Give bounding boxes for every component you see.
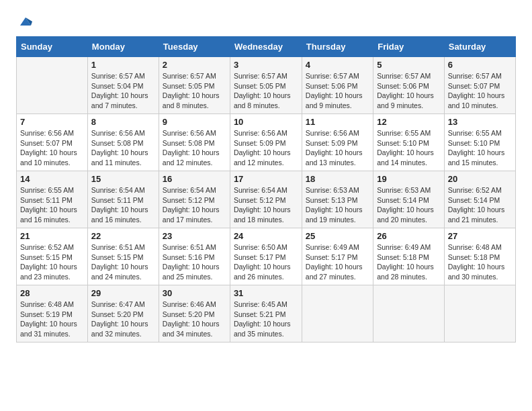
- day-number: 4: [306, 60, 369, 70]
- day-number: 21: [20, 231, 84, 241]
- day-number: 11: [306, 117, 369, 127]
- day-info: Sunrise: 6:50 AM Sunset: 5:17 PM Dayligh…: [234, 242, 298, 282]
- day-info: Sunrise: 6:51 AM Sunset: 5:15 PM Dayligh…: [91, 242, 155, 282]
- logo-icon: [17, 13, 34, 30]
- day-number: 10: [234, 117, 298, 127]
- day-cell: [444, 285, 515, 342]
- week-row-3: 14Sunrise: 6:55 AM Sunset: 5:11 PM Dayli…: [17, 171, 516, 228]
- day-info: Sunrise: 6:53 AM Sunset: 5:14 PM Dayligh…: [377, 185, 441, 225]
- day-info: Sunrise: 6:52 AM Sunset: 5:15 PM Dayligh…: [20, 242, 84, 282]
- week-row-5: 28Sunrise: 6:48 AM Sunset: 5:19 PM Dayli…: [17, 285, 516, 342]
- day-cell: 15Sunrise: 6:54 AM Sunset: 5:11 PM Dayli…: [87, 171, 159, 228]
- day-number: 22: [91, 231, 155, 241]
- day-number: 30: [163, 288, 226, 298]
- day-cell: 26Sunrise: 6:49 AM Sunset: 5:18 PM Dayli…: [373, 228, 445, 285]
- day-number: 28: [20, 288, 84, 298]
- day-info: Sunrise: 6:56 AM Sunset: 5:09 PM Dayligh…: [306, 128, 369, 168]
- day-cell: 1Sunrise: 6:57 AM Sunset: 5:04 PM Daylig…: [87, 57, 159, 114]
- day-number: 20: [448, 174, 512, 184]
- logo-text: [16, 13, 34, 30]
- day-cell: 9Sunrise: 6:56 AM Sunset: 5:08 PM Daylig…: [159, 114, 230, 171]
- col-thursday: Thursday: [302, 37, 373, 57]
- col-monday: Monday: [87, 37, 159, 57]
- day-info: Sunrise: 6:57 AM Sunset: 5:05 PM Dayligh…: [163, 71, 226, 111]
- day-cell: 14Sunrise: 6:55 AM Sunset: 5:11 PM Dayli…: [17, 171, 88, 228]
- day-number: 3: [234, 60, 298, 70]
- day-cell: 13Sunrise: 6:55 AM Sunset: 5:10 PM Dayli…: [444, 114, 515, 171]
- col-wednesday: Wednesday: [230, 37, 302, 57]
- day-cell: 12Sunrise: 6:55 AM Sunset: 5:10 PM Dayli…: [373, 114, 445, 171]
- day-cell: 27Sunrise: 6:48 AM Sunset: 5:18 PM Dayli…: [444, 228, 515, 285]
- day-cell: 28Sunrise: 6:48 AM Sunset: 5:19 PM Dayli…: [17, 285, 88, 342]
- day-number: 1: [91, 60, 155, 70]
- day-cell: [302, 285, 373, 342]
- day-info: Sunrise: 6:53 AM Sunset: 5:13 PM Dayligh…: [306, 185, 369, 225]
- day-info: Sunrise: 6:55 AM Sunset: 5:10 PM Dayligh…: [377, 128, 441, 168]
- day-number: 6: [448, 60, 512, 70]
- day-number: 19: [377, 174, 441, 184]
- day-cell: 19Sunrise: 6:53 AM Sunset: 5:14 PM Dayli…: [373, 171, 445, 228]
- day-info: Sunrise: 6:56 AM Sunset: 5:09 PM Dayligh…: [234, 128, 298, 168]
- day-cell: 30Sunrise: 6:46 AM Sunset: 5:20 PM Dayli…: [159, 285, 230, 342]
- day-number: 12: [377, 117, 441, 127]
- day-cell: [373, 285, 445, 342]
- day-cell: 4Sunrise: 6:57 AM Sunset: 5:06 PM Daylig…: [302, 57, 373, 114]
- day-cell: 31Sunrise: 6:45 AM Sunset: 5:21 PM Dayli…: [230, 285, 302, 342]
- col-tuesday: Tuesday: [159, 37, 230, 57]
- day-cell: 5Sunrise: 6:57 AM Sunset: 5:06 PM Daylig…: [373, 57, 445, 114]
- day-cell: 24Sunrise: 6:50 AM Sunset: 5:17 PM Dayli…: [230, 228, 302, 285]
- day-number: 15: [91, 174, 155, 184]
- day-info: Sunrise: 6:56 AM Sunset: 5:08 PM Dayligh…: [163, 128, 226, 168]
- day-info: Sunrise: 6:54 AM Sunset: 5:12 PM Dayligh…: [163, 185, 226, 225]
- day-cell: 25Sunrise: 6:49 AM Sunset: 5:17 PM Dayli…: [302, 228, 373, 285]
- day-cell: 23Sunrise: 6:51 AM Sunset: 5:16 PM Dayli…: [159, 228, 230, 285]
- day-info: Sunrise: 6:47 AM Sunset: 5:20 PM Dayligh…: [91, 300, 155, 339]
- day-cell: 7Sunrise: 6:56 AM Sunset: 5:07 PM Daylig…: [17, 114, 88, 171]
- day-number: 27: [448, 231, 512, 241]
- day-info: Sunrise: 6:48 AM Sunset: 5:19 PM Dayligh…: [20, 300, 84, 339]
- day-number: 17: [234, 174, 298, 184]
- day-number: 31: [234, 288, 298, 298]
- col-saturday: Saturday: [444, 37, 515, 57]
- day-number: 9: [163, 117, 226, 127]
- header-row: Sunday Monday Tuesday Wednesday Thursday…: [17, 37, 516, 57]
- day-info: Sunrise: 6:55 AM Sunset: 5:10 PM Dayligh…: [448, 128, 512, 168]
- day-info: Sunrise: 6:49 AM Sunset: 5:17 PM Dayligh…: [306, 242, 369, 282]
- day-info: Sunrise: 6:56 AM Sunset: 5:07 PM Dayligh…: [20, 128, 84, 168]
- calendar-table: Sunday Monday Tuesday Wednesday Thursday…: [16, 36, 516, 342]
- day-number: 5: [377, 60, 441, 70]
- logo: [16, 13, 34, 30]
- day-number: 8: [91, 117, 155, 127]
- day-info: Sunrise: 6:49 AM Sunset: 5:18 PM Dayligh…: [377, 242, 441, 282]
- day-number: 23: [163, 231, 226, 241]
- day-info: Sunrise: 6:55 AM Sunset: 5:11 PM Dayligh…: [20, 185, 84, 225]
- day-number: 26: [377, 231, 441, 241]
- day-info: Sunrise: 6:57 AM Sunset: 5:07 PM Dayligh…: [448, 71, 512, 111]
- day-info: Sunrise: 6:48 AM Sunset: 5:18 PM Dayligh…: [448, 242, 512, 282]
- day-info: Sunrise: 6:56 AM Sunset: 5:08 PM Dayligh…: [91, 128, 155, 168]
- day-info: Sunrise: 6:57 AM Sunset: 5:04 PM Dayligh…: [91, 71, 155, 111]
- header: [16, 13, 516, 30]
- day-number: 13: [448, 117, 512, 127]
- day-cell: 22Sunrise: 6:51 AM Sunset: 5:15 PM Dayli…: [87, 228, 159, 285]
- day-number: 14: [20, 174, 84, 184]
- day-info: Sunrise: 6:51 AM Sunset: 5:16 PM Dayligh…: [163, 242, 226, 282]
- week-row-2: 7Sunrise: 6:56 AM Sunset: 5:07 PM Daylig…: [17, 114, 516, 171]
- day-number: 24: [234, 231, 298, 241]
- day-cell: 6Sunrise: 6:57 AM Sunset: 5:07 PM Daylig…: [444, 57, 515, 114]
- day-cell: 17Sunrise: 6:54 AM Sunset: 5:12 PM Dayli…: [230, 171, 302, 228]
- day-number: 7: [20, 117, 84, 127]
- day-cell: 21Sunrise: 6:52 AM Sunset: 5:15 PM Dayli…: [17, 228, 88, 285]
- day-number: 2: [163, 60, 226, 70]
- day-number: 18: [306, 174, 369, 184]
- day-cell: [17, 57, 88, 114]
- day-number: 25: [306, 231, 369, 241]
- day-info: Sunrise: 6:54 AM Sunset: 5:12 PM Dayligh…: [234, 185, 298, 225]
- day-cell: 3Sunrise: 6:57 AM Sunset: 5:05 PM Daylig…: [230, 57, 302, 114]
- day-info: Sunrise: 6:57 AM Sunset: 5:05 PM Dayligh…: [234, 71, 298, 111]
- day-number: 16: [163, 174, 226, 184]
- week-row-4: 21Sunrise: 6:52 AM Sunset: 5:15 PM Dayli…: [17, 228, 516, 285]
- day-cell: 18Sunrise: 6:53 AM Sunset: 5:13 PM Dayli…: [302, 171, 373, 228]
- day-cell: 2Sunrise: 6:57 AM Sunset: 5:05 PM Daylig…: [159, 57, 230, 114]
- day-info: Sunrise: 6:57 AM Sunset: 5:06 PM Dayligh…: [306, 71, 369, 111]
